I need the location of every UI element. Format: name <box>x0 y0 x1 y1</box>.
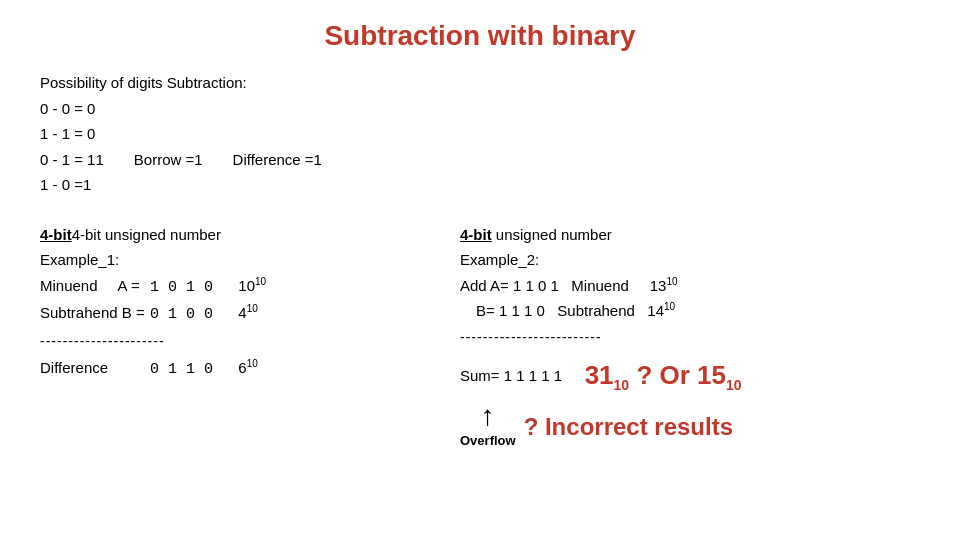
rule3-line: 0 - 1 = 11 Borrow =1 Difference =1 <box>40 147 920 173</box>
incorrect-text: ? Incorrect results <box>524 407 733 448</box>
ex2-heading: 4-bit unsigned number <box>460 222 920 248</box>
ex1-minuend-dec: 1010 <box>230 273 266 299</box>
ex1-subtrahend-val: 0 1 0 0 <box>150 302 230 328</box>
ex1-diff-label: Difference <box>40 355 150 381</box>
rule3-pre: 0 - 1 = 11 <box>40 147 104 173</box>
ex1-diff-dec: 610 <box>230 355 258 381</box>
ex2-b-line: B= 1 1 1 0 Subtrahend 1410 <box>460 298 920 324</box>
page-title: Subtraction with binary <box>40 20 920 52</box>
possibility-section: Possibility of digits Subtraction: 0 - 0… <box>40 70 920 198</box>
ex1-minuend-label: Minuend A = <box>40 273 150 299</box>
ex2-overflow-section: ↑ Overflow ? Incorrect results <box>460 402 920 452</box>
rule1: 0 - 0 = 0 <box>40 96 920 122</box>
possibility-heading: Possibility of digits Subtraction: <box>40 70 920 96</box>
ex1-dashes: ---------------------- <box>40 330 460 354</box>
ex1-minuend-row: Minuend A = 1 0 1 0 1010 <box>40 273 460 301</box>
ex1-diff-val: 0 1 1 0 <box>150 357 230 383</box>
ex1-minuend-val: 1 0 1 0 <box>150 275 230 301</box>
ex1-subtrahend-label: Subtrahend B = <box>40 300 150 326</box>
example1: 4-bit4-bit unsigned number Example_1: Mi… <box>40 222 460 383</box>
ex2-sum-label: Sum= 1 1 1 1 1 <box>460 363 575 389</box>
rule3-diff: Difference =1 <box>233 147 322 173</box>
ex2-sum-row: Sum= 1 1 1 1 1 3110 ? Or 1510 <box>460 353 920 398</box>
ex2-result: 3110 ? Or 1510 <box>585 353 742 398</box>
examples-row: 4-bit4-bit unsigned number Example_1: Mi… <box>40 222 920 453</box>
ex1-label: Example_1: <box>40 247 460 273</box>
overflow-container: ↑ Overflow <box>460 402 516 452</box>
rule2: 1 - 1 = 0 <box>40 121 920 147</box>
ex2-label: Example_2: <box>460 247 920 273</box>
rule3-borrow: Borrow =1 <box>134 147 203 173</box>
ex1-subtrahend-row: Subtrahend B = 0 1 0 0 410 <box>40 300 460 328</box>
example2: 4-bit unsigned number Example_2: Add A= … <box>460 222 920 453</box>
ex1-diff-row: Difference 0 1 1 0 610 <box>40 355 460 383</box>
arrow-up-icon: ↑ <box>481 402 495 430</box>
ex2-add-line: Add A= 1 1 0 1 Minuend 1310 <box>460 273 920 299</box>
page: Subtraction with binary Possibility of d… <box>0 0 960 540</box>
rule4: 1 - 0 =1 <box>40 172 920 198</box>
ex1-subtrahend-dec: 410 <box>230 300 258 326</box>
ex1-heading: 4-bit4-bit unsigned number <box>40 222 460 248</box>
ex2-dashes: ------------------------- <box>460 326 920 350</box>
overflow-label: Overflow <box>460 430 516 452</box>
